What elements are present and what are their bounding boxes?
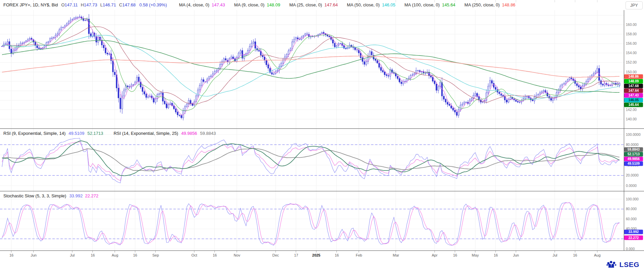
rsi-legend-label: RSI (9, Exponential, Simple, 14) [3, 131, 66, 136]
svg-text:140.00: 140.00 [626, 117, 637, 121]
svg-text:22.272: 22.272 [629, 236, 639, 240]
chart-window: 160.00158.00156.00154.00152.00150.00148.… [0, 0, 644, 270]
svg-text:0.000: 0.000 [626, 247, 635, 251]
time-axis-label: 16 [494, 253, 498, 257]
ma-4-line [2, 17, 619, 115]
time-axis-label: Oct [191, 253, 197, 257]
time-axis-label: Dec [272, 253, 279, 257]
stochastic-legend[interactable]: Stochastic Slow (5, 3, 3, Simple)33.9922… [3, 192, 101, 200]
svg-text:49.5109: 49.5109 [628, 162, 640, 165]
time-axis-label: 16 [453, 253, 457, 257]
rsi-legend-value: 59.8843 [200, 131, 216, 136]
price-badge: 147.64 [624, 88, 643, 93]
main-chart-legend: FOREX JPY=, 1D, NY$, BidO147.11H147.73L1… [3, 0, 515, 10]
price-badge: 49.9856 [624, 157, 643, 161]
rsi-legend-value: 49.9856 [181, 131, 197, 136]
ma-legend: MA (4, close, 0)147.43MA (9, close, 0)14… [170, 2, 515, 7]
svg-text:80.000: 80.000 [626, 207, 637, 211]
price-badge: 59.8843 [624, 147, 643, 152]
price-badge: 22.272 [624, 235, 643, 240]
price-badge: 145.64 [624, 103, 643, 107]
svg-text:158.00: 158.00 [626, 32, 637, 36]
price-badge: 49.5109 [624, 161, 643, 166]
price-badge: 148.09 [624, 79, 643, 84]
time-axis-label: Jun [513, 253, 519, 257]
series-label: FOREX JPY=, 1D, NY$, Bid [3, 2, 58, 7]
stochastic-legend-value: 33.992 [69, 193, 83, 198]
svg-text:147.43: 147.43 [629, 93, 639, 97]
candlestick-series [1, 14, 620, 120]
rsi-legend-value: 49.5109 [69, 131, 84, 136]
svg-text:156.00: 156.00 [626, 41, 637, 45]
time-axis-label: 2025 [312, 253, 320, 257]
svg-text:154.00: 154.00 [626, 51, 637, 55]
time-axis-label: 16 [573, 253, 577, 257]
svg-text:100.0000: 100.0000 [626, 132, 641, 137]
rsi-legend-label: RSI (14, Exponential, Simple, 25) [114, 131, 178, 136]
svg-text:146.05: 146.05 [629, 98, 639, 102]
time-axis-label: Apr [432, 253, 437, 257]
svg-text:60.000: 60.000 [626, 217, 637, 221]
ma-legend-item[interactable]: MA (50, close, 0)146.05 [347, 2, 395, 7]
time-axis[interactable]: 16JunJul16Aug16SepOct16NovDec17202516Feb… [0, 250, 644, 261]
time-axis-label: 16 [9, 253, 13, 257]
price-badge: 147.68 [624, 84, 643, 88]
svg-text:152.00: 152.00 [626, 60, 637, 64]
svg-text:0.0000: 0.0000 [626, 184, 637, 188]
time-axis-label: Aug [112, 253, 118, 257]
time-axis-label: 16 [91, 253, 95, 257]
time-axis-label: Feb [356, 253, 362, 257]
time-axis-label: Aug [594, 253, 601, 257]
ma-100-line [2, 40, 619, 92]
ma-legend-item[interactable]: MA (25, close, 0)147.64 [289, 2, 338, 7]
rsi-legend[interactable]: RSI (9, Exponential, Simple, 14)49.51095… [3, 130, 219, 137]
ohlc-label: H [81, 2, 84, 7]
ma-9-line [2, 18, 619, 111]
price-badge: 146.05 [624, 98, 643, 103]
ma-250-line [2, 56, 619, 77]
ohlc-label: C [119, 2, 122, 7]
svg-text:59.8843: 59.8843 [628, 148, 640, 151]
svg-text:150.00: 150.00 [626, 70, 637, 74]
time-axis-label: Mar [393, 253, 399, 257]
svg-text:20.0000: 20.0000 [626, 173, 639, 177]
svg-text:33.992: 33.992 [629, 230, 639, 234]
ma-legend-item[interactable]: MA (100, close, 0)145.64 [404, 2, 455, 7]
time-axis-label: Jun [31, 253, 37, 257]
time-axis-label: Sep [152, 253, 159, 257]
lseg-logo-text: LSEG [619, 261, 639, 269]
time-axis-label: Nov [234, 253, 240, 257]
svg-text:100.000: 100.000 [626, 197, 639, 201]
price-badge: 148.86 [624, 74, 643, 79]
svg-text:147.64: 147.64 [629, 89, 639, 92]
time-axis-label: May [472, 253, 479, 257]
ohlc-value: 147.68 [122, 2, 136, 7]
ma-legend-item[interactable]: MA (4, close, 0)147.43 [179, 2, 225, 7]
price-badge: 147.43 [624, 93, 643, 98]
svg-text:80.0000: 80.0000 [626, 143, 639, 147]
time-axis-label: Jul [70, 253, 75, 257]
ohlc-label: O [61, 2, 65, 7]
ohlc-value: 146.71 [103, 2, 116, 7]
svg-text:145.64: 145.64 [629, 103, 639, 107]
price-badge: 33.992 [624, 230, 643, 234]
ohlc-value: 147.73 [84, 2, 97, 7]
price-badge: 52.1713 [624, 152, 643, 157]
svg-text:148.09: 148.09 [629, 79, 639, 83]
stochastic-legend-label: Stochastic Slow (5, 3, 3, Simple) [3, 193, 66, 198]
currency-tab[interactable]: JPY [626, 1, 643, 9]
time-axis-label: 17 [294, 253, 298, 257]
svg-text:142.00: 142.00 [626, 108, 637, 112]
ma-50-line [2, 35, 619, 99]
ma-legend-item[interactable]: MA (250, close, 0)148.86 [465, 2, 516, 7]
ohlc-label: L [100, 2, 103, 7]
time-axis-label: 16 [335, 253, 339, 257]
svg-text:49.9856: 49.9856 [628, 157, 640, 161]
svg-text:160.00: 160.00 [626, 23, 637, 27]
rsi-legend-value: 52.1713 [87, 131, 103, 136]
svg-text:147.68: 147.68 [629, 84, 639, 88]
lseg-logo: LSEG [606, 260, 639, 269]
ma-legend-item[interactable]: MA (9, close, 0)148.09 [234, 2, 280, 7]
lseg-crest-icon [606, 260, 617, 269]
change-value: 0.58 (+0.39%) [139, 2, 167, 7]
